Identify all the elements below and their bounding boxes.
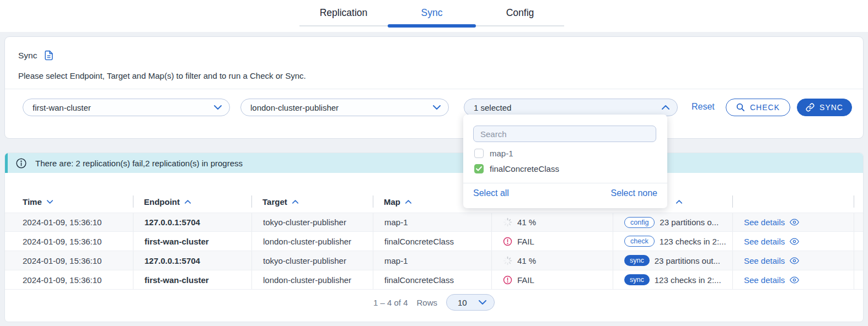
message-cell: sync 123 checks in 2:... xyxy=(613,270,732,289)
message-text: 123 checks in 2:... xyxy=(655,275,721,285)
message-cell: check 123 checks in 2:... xyxy=(613,232,732,251)
status-cell: 41 % xyxy=(491,213,613,231)
status-text: FAIL xyxy=(517,237,534,246)
sync-button[interactable]: SYNC xyxy=(797,99,852,116)
chevron-down-icon xyxy=(433,105,441,110)
status-cell: 41 % xyxy=(491,251,613,270)
tab-sync[interactable]: Sync xyxy=(388,0,476,25)
time-cell: 2024-01-09, 15:36:10 xyxy=(23,251,133,270)
tab-config[interactable]: Config xyxy=(476,0,564,25)
reset-button[interactable]: Reset xyxy=(692,102,715,112)
map-cell: finalConcreteClass xyxy=(373,270,491,289)
top-tab-bar: Replication Sync Config xyxy=(0,0,868,32)
column-header-endpoint[interactable]: Endpoint xyxy=(133,191,251,213)
status-text: FAIL xyxy=(517,275,534,285)
eye-icon xyxy=(790,219,799,226)
rows-per-page-value: 10 xyxy=(458,298,467,307)
message-cell: sync 23 partitions out... xyxy=(613,251,732,270)
select-none-link[interactable]: Select none xyxy=(610,188,657,198)
sort-desc-icon xyxy=(47,200,53,204)
target-cell: tokyo-cluster-publisher xyxy=(251,251,373,270)
map-select-value: 1 selected xyxy=(474,103,511,112)
map-cell: map-1 xyxy=(373,213,491,231)
status-badge: sync xyxy=(624,255,650,266)
pagination-range: 1 – 4 of 4 xyxy=(373,298,408,307)
endpoint-select-value: first-wan-cluster xyxy=(33,103,91,112)
see-details-label: See details xyxy=(744,218,785,227)
search-input[interactable] xyxy=(473,126,656,142)
sort-asc-icon xyxy=(292,200,298,204)
chevron-down-icon xyxy=(214,105,222,110)
select-all-link[interactable]: Select all xyxy=(473,188,509,198)
target-cell: london-cluster-publisher xyxy=(251,232,373,251)
map-option-label: map-1 xyxy=(490,149,513,158)
document-icon[interactable] xyxy=(44,50,54,61)
sort-asc-icon xyxy=(676,200,682,204)
sync-filter-panel: Sync Please select Endpoint, Target and … xyxy=(4,36,864,139)
panel-description: Please select Endpoint, Target and Map(s… xyxy=(18,71,306,80)
link-icon xyxy=(806,103,815,112)
table-row: 2024-01-09, 15:36:10 127.0.0.1:5704 toky… xyxy=(5,251,863,270)
results-panel: There are: 2 replication(s) fail,2 repli… xyxy=(4,153,864,322)
endpoint-cell: 127.0.0.1:5704 xyxy=(133,251,251,270)
error-icon xyxy=(503,237,512,246)
see-details-label: See details xyxy=(744,275,785,285)
table-row: 2024-01-09, 15:36:10 first-wan-cluster l… xyxy=(5,232,863,251)
column-header-details xyxy=(732,191,854,213)
chevron-up-icon xyxy=(662,105,669,110)
sync-button-label: SYNC xyxy=(819,103,843,112)
spinner-icon xyxy=(503,218,512,227)
filter-controls: first-wan-cluster london-cluster-publish… xyxy=(5,99,863,116)
time-cell: 2024-01-09, 15:36:10 xyxy=(23,270,133,289)
table-row: 2024-01-09, 15:36:10 first-wan-cluster l… xyxy=(5,270,863,290)
target-select[interactable]: london-cluster-publisher xyxy=(240,99,449,116)
sort-asc-icon xyxy=(185,200,191,204)
endpoint-cell: first-wan-cluster xyxy=(133,232,251,251)
target-cell: tokyo-cluster-publisher xyxy=(251,213,373,231)
search-icon xyxy=(736,103,745,112)
panel-title: Sync xyxy=(18,51,37,61)
check-button[interactable]: CHECK xyxy=(726,99,790,116)
checkbox-unchecked[interactable] xyxy=(474,149,484,158)
see-details-label: See details xyxy=(744,237,785,246)
status-cell: FAIL xyxy=(491,232,613,251)
chevron-down-icon xyxy=(479,300,486,305)
pagination: 1 – 4 of 4 Rows 10 xyxy=(5,294,863,311)
tab-strip: Replication Sync Config xyxy=(299,0,564,26)
column-header-target[interactable]: Target xyxy=(251,191,373,213)
message-cell: config 23 partitions o... xyxy=(613,213,732,231)
rows-per-page-select[interactable]: 10 xyxy=(446,294,495,311)
map-option-map-1[interactable]: map-1 xyxy=(474,149,513,158)
status-text: 41 % xyxy=(517,218,536,227)
see-details-link[interactable]: See details xyxy=(732,232,854,251)
map-dropdown-panel: map-1 finalConcreteClass Select all Sele… xyxy=(463,115,667,208)
eye-icon xyxy=(790,257,799,264)
see-details-link[interactable]: See details xyxy=(732,213,854,231)
status-text: 41 % xyxy=(517,256,536,265)
eye-icon xyxy=(790,238,799,245)
map-cell: map-1 xyxy=(373,251,491,270)
info-banner: There are: 2 replication(s) fail,2 repli… xyxy=(5,153,863,173)
map-cell: finalConcreteClass xyxy=(373,232,491,251)
checkbox-checked[interactable] xyxy=(474,164,484,173)
endpoint-select[interactable]: first-wan-cluster xyxy=(23,99,230,116)
banner-text: There are: 2 replication(s) fail,2 repli… xyxy=(35,159,243,168)
rows-per-page-label: Rows xyxy=(417,298,438,307)
map-option-finalconcreteclass[interactable]: finalConcreteClass xyxy=(474,164,559,173)
status-badge: sync xyxy=(624,274,650,285)
target-select-value: london-cluster-publisher xyxy=(250,103,339,112)
map-select[interactable]: 1 selected xyxy=(464,99,678,116)
time-cell: 2024-01-09, 15:36:10 xyxy=(23,213,133,231)
message-text: 23 partitions out... xyxy=(655,256,720,265)
see-details-link[interactable]: See details xyxy=(732,251,854,270)
info-icon xyxy=(15,157,27,169)
eye-icon xyxy=(790,276,799,284)
see-details-link[interactable]: See details xyxy=(732,270,854,289)
divider xyxy=(463,183,667,183)
table-header-row: Time Endpoint Target Map Status Message xyxy=(5,191,863,213)
tab-replication[interactable]: Replication xyxy=(299,0,388,25)
column-header-time[interactable]: Time xyxy=(23,191,133,213)
map-option-label: finalConcreteClass xyxy=(490,164,559,173)
error-icon xyxy=(503,275,512,285)
status-badge: check xyxy=(624,236,655,247)
